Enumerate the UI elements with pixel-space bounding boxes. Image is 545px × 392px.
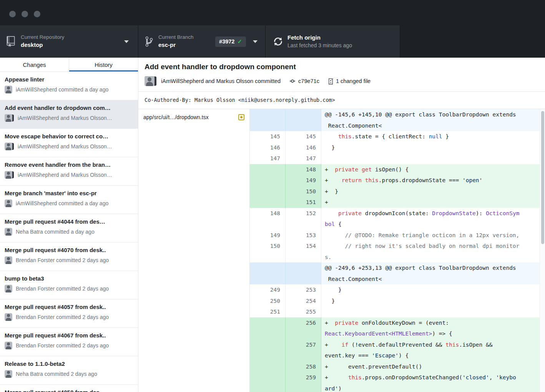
commit-byline: iAmWillShepherd committed a day ago xyxy=(16,200,108,206)
commit-byline: Brendan Forster committed 2 days ago xyxy=(16,342,109,349)
pull-request-number: #3972 xyxy=(219,38,234,45)
branch-label: Current Branch xyxy=(158,34,194,41)
diff-row: 258+ event.preventDefault() xyxy=(250,361,545,372)
avatar xyxy=(5,342,12,349)
commit-list-item[interactable]: bump to beta3Brendan Forster committed 2… xyxy=(0,271,138,299)
commit-list: Appease linteriAmWillShepherd committed … xyxy=(0,72,138,392)
diff-row: 149+ return this.props.dropdownState ===… xyxy=(250,175,545,186)
diff-scrollbar-thumb[interactable] xyxy=(541,111,544,244)
diff-code-line: @@ -249,6 +253,13 @@ export class Toolba… xyxy=(325,262,545,274)
zoom-window-button[interactable] xyxy=(34,11,40,17)
avatar xyxy=(5,171,12,179)
commit-byline-row: Brendan Forster committed 2 days ago xyxy=(5,342,133,349)
chevron-down-icon xyxy=(124,40,129,43)
avatar xyxy=(5,285,12,292)
diff-code-line: React.Component< xyxy=(325,120,545,131)
diff-code-line: + return this.props.dropdownState === 'o… xyxy=(325,175,545,186)
commit-title: Move escape behavior to correct co… xyxy=(5,133,133,140)
diff-code-line: private dropdownIcon(state: DropdownStat… xyxy=(325,208,545,219)
changed-file-list: app/src/ui/t…/dropdown.tsx xyxy=(138,109,250,392)
diff-rows: @@ -145,6 +145,10 @@ export class Toolba… xyxy=(250,109,545,392)
branch-selector-button[interactable]: Current Branch esc-pr #3972 ✓ xyxy=(138,25,266,58)
tab-history[interactable]: History xyxy=(69,58,138,71)
diff-code-line: ard') xyxy=(325,383,545,392)
avatar xyxy=(5,313,12,321)
commit-byline: Neha Batra committed a day ago xyxy=(16,229,95,235)
commit-byline: iAmWillShepherd and Markus Olsson… xyxy=(18,172,112,178)
commit-byline: Neha Batra committed 2 days ago xyxy=(16,371,97,377)
repository-selector-button[interactable]: Current Repository desktop xyxy=(0,25,138,58)
diff-new-line-number: 253 xyxy=(286,284,321,296)
diff-code: } xyxy=(321,284,545,296)
diff-new-line-number: 259 xyxy=(286,372,321,392)
commit-byline-row: Brendan Forster committed 2 days ago xyxy=(5,313,133,321)
diff-code: } xyxy=(321,142,545,153)
commit-list-item[interactable]: Move escape behavior to correct co…iAmWi… xyxy=(0,129,138,157)
fetch-label: Fetch origin xyxy=(287,34,352,42)
diff-code xyxy=(321,306,545,317)
diff-old-line-number: 148 xyxy=(250,208,286,230)
commit-list-item[interactable]: Merge pull request #4044 from des…Neha B… xyxy=(0,214,138,243)
diff-code: private dropdownIcon(state: DropdownStat… xyxy=(321,208,545,230)
diff-code-line xyxy=(325,306,545,317)
diff-hunk-header: @@ -249,6 +253,13 @@ export class Toolba… xyxy=(250,262,545,284)
commit-list-item[interactable]: Appease linteriAmWillShepherd committed … xyxy=(0,72,138,100)
diff-new-line-number: 255 xyxy=(286,306,321,317)
commit-byline: Brendan Forster committed 2 days ago xyxy=(16,314,109,320)
commit-byline-row: Neha Batra committed 2 days ago xyxy=(5,370,133,378)
commit-title: Remove event handler from the bran… xyxy=(5,161,133,168)
commit-byline: Brendan Forster committed 2 days ago xyxy=(16,257,109,263)
commit-list-item[interactable]: Merge pull request #4057 from desk..Bren… xyxy=(0,299,138,328)
minimize-window-button[interactable] xyxy=(22,11,28,17)
diff-new-line-number: 150 xyxy=(286,186,321,197)
avatar xyxy=(5,228,12,236)
diff-code: + event.preventDefault() xyxy=(321,361,545,372)
commit-list-item[interactable]: Merge pull request #4070 from desk..Bren… xyxy=(0,243,138,271)
avatar xyxy=(145,76,155,86)
commit-list-item[interactable]: Merge pull request #4050 from des… xyxy=(0,385,138,392)
app-window: Current Repository desktop Current Branc… xyxy=(0,0,545,392)
file-list-item[interactable]: app/src/ui/t…/dropdown.tsx xyxy=(138,109,249,125)
commit-header: Add event handler to dropdown component … xyxy=(138,58,545,92)
diff-code: // right now it's scaled badly on normal… xyxy=(321,241,545,262)
fetch-origin-button[interactable]: Fetch origin Last fetched 3 minutes ago xyxy=(266,25,400,58)
diff-scrollbar[interactable] xyxy=(540,109,545,392)
commit-title: Merge pull request #4057 from desk.. xyxy=(5,304,133,310)
commit-list-item[interactable]: Add event handler to dropdown com…iAmWil… xyxy=(0,100,138,129)
diff-code: // @TODO: Remake triangle octicon in a 1… xyxy=(321,230,545,241)
diff-row: 256+ private onFoldoutKeyDown = (event: … xyxy=(250,317,545,339)
close-window-button[interactable] xyxy=(9,11,16,17)
commit-title: Merge pull request #4050 from des… xyxy=(5,389,133,392)
commit-list-item[interactable]: Merge branch 'master' into esc-priAmWill… xyxy=(0,186,138,214)
diff-row: 145145 this.state = { clientRect: null } xyxy=(250,131,545,142)
diff-old-line-number: 251 xyxy=(250,306,286,317)
diff-new-line-number: 146 xyxy=(286,142,321,153)
file-path: app/src/ui/t…/dropdown.tsx xyxy=(143,114,209,120)
avatar xyxy=(5,370,12,378)
diff-new-line-number: 153 xyxy=(286,230,321,241)
diff-old-line-number xyxy=(250,109,286,131)
diff-old-line-number: 250 xyxy=(250,296,286,307)
diff-code-line: + event.preventDefault() xyxy=(325,361,545,372)
diff-row: 250254 } xyxy=(250,296,545,307)
diff-old-line-number xyxy=(250,262,286,284)
diff-code-line: + if (!event.defaultPrevented && this.is… xyxy=(325,339,545,350)
diff-old-line-number: 249 xyxy=(250,284,286,296)
tab-changes[interactable]: Changes xyxy=(0,58,69,71)
diff-old-line-number: 150 xyxy=(250,241,286,262)
repo-icon xyxy=(6,36,15,47)
commit-list-item[interactable]: Release to 1.1.0-beta2Neha Batra committ… xyxy=(0,356,138,385)
pull-request-badge: #3972 ✓ xyxy=(215,37,246,47)
diff-row: 150154 // right now it's scaled badly on… xyxy=(250,241,545,262)
commit-byline: iAmWillShepherd and Markus Olsson… xyxy=(18,143,112,149)
diff-new-line-number: 257 xyxy=(286,339,321,361)
diff-code-line: React.Component< xyxy=(325,274,545,285)
commit-sha: c79e71c xyxy=(298,78,319,84)
commit-list-item[interactable]: Remove event handler from the bran…iAmWi… xyxy=(0,157,138,186)
commit-list-item[interactable]: Merge pull request #4067 from desk..Bren… xyxy=(0,328,138,356)
avatar xyxy=(5,199,12,207)
commit-summary-title: Add event handler to dropdown component xyxy=(145,63,539,71)
diff-code-line: // right now it's scaled badly on normal… xyxy=(325,241,545,252)
diff-row: 251255 xyxy=(250,306,545,317)
commit-title: Merge pull request #4067 from desk.. xyxy=(5,332,133,339)
